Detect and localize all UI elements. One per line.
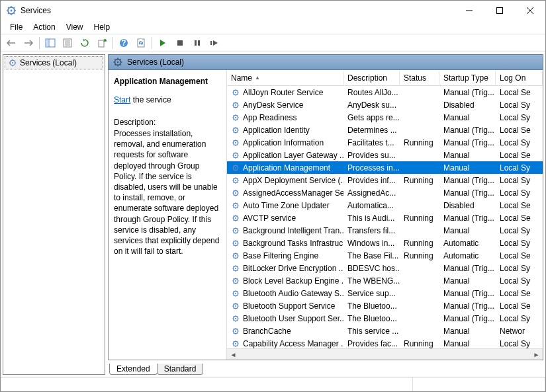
- service-logon: Local Se: [496, 213, 543, 223]
- services-icon: [8, 58, 17, 67]
- service-desc: The WBENG...: [343, 276, 400, 286]
- service-logon: Local Sy: [496, 263, 543, 274]
- pause-service-button[interactable]: [189, 36, 205, 50]
- service-row[interactable]: Capability Access Manager ...Provides fa…: [227, 337, 543, 348]
- service-logon: Local Se: [496, 301, 543, 311]
- service-detail-pane: Application Management Start the service…: [109, 70, 227, 360]
- start-service-link[interactable]: Start: [114, 95, 130, 104]
- service-logon: Local Sy: [496, 163, 543, 173]
- column-header-startup[interactable]: Startup Type: [439, 71, 496, 85]
- service-row[interactable]: Block Level Backup Engine ...The WBENG..…: [227, 274, 543, 287]
- service-row[interactable]: Bluetooth Support ServiceThe Bluetoo...M…: [227, 299, 543, 312]
- menu-help[interactable]: Help: [89, 21, 116, 33]
- service-desc: Windows in...: [343, 238, 400, 249]
- service-row[interactable]: AssignedAccessManager Se...AssignedAc...…: [227, 186, 543, 199]
- menu-file[interactable]: File: [5, 21, 28, 33]
- stop-service-button[interactable]: [172, 36, 188, 50]
- gear-icon: [231, 289, 240, 298]
- help-topics-button[interactable]: ?: [133, 36, 149, 50]
- service-logon: Local Se: [496, 288, 543, 299]
- service-name: BitLocker Drive Encryption ...: [243, 264, 343, 273]
- svg-point-64: [235, 317, 236, 319]
- svg-point-38: [235, 154, 236, 155]
- service-logon: Local Sy: [496, 225, 543, 236]
- service-row[interactable]: BitLocker Drive Encryption ...BDESVC hos…: [227, 262, 543, 274]
- export-button[interactable]: [94, 36, 110, 50]
- service-logon: Local Sy: [496, 313, 543, 324]
- service-row[interactable]: Background Tasks Infrastruc...Windows in…: [227, 237, 543, 249]
- column-header-description[interactable]: Description: [343, 71, 400, 85]
- svg-point-28: [235, 91, 236, 93]
- service-name: Application Identity: [243, 126, 310, 135]
- tree-root-services-local[interactable]: Services (Local): [5, 56, 103, 69]
- service-row[interactable]: Application Layer Gateway ...Provides su…: [227, 149, 543, 161]
- console-tree[interactable]: Services (Local): [3, 54, 105, 375]
- titlebar: Services: [1, 1, 545, 20]
- restart-service-button[interactable]: [206, 36, 222, 50]
- service-desc: The Base Fil...: [343, 251, 400, 261]
- service-row[interactable]: AllJoyn Router ServiceRoutes AllJo...Man…: [227, 86, 543, 98]
- gear-icon: [231, 276, 240, 286]
- service-status: [400, 331, 439, 332]
- properties-button[interactable]: [60, 36, 75, 50]
- help-button[interactable]: ?: [116, 36, 132, 50]
- service-row[interactable]: AVCTP serviceThis is Audi...RunningManua…: [227, 212, 543, 224]
- column-header-logon[interactable]: Log On: [496, 71, 543, 85]
- service-row[interactable]: AppX Deployment Service (...Provides inf…: [227, 174, 543, 186]
- close-button[interactable]: [515, 1, 545, 20]
- service-name: AnyDesk Service: [243, 100, 303, 110]
- list-rows[interactable]: AllJoyn Router ServiceRoutes AllJo...Man…: [227, 86, 543, 348]
- column-header-name[interactable]: Name▲: [227, 71, 343, 85]
- service-row[interactable]: Background Intelligent Tran...Transfers …: [227, 224, 543, 237]
- service-row[interactable]: Application InformationFacilitates t...R…: [227, 136, 543, 149]
- service-row[interactable]: AnyDesk ServiceAnyDesk su...DisabledLoca…: [227, 98, 543, 111]
- service-row[interactable]: Bluetooth User Support Ser...The Bluetoo…: [227, 312, 543, 325]
- column-header-status[interactable]: Status: [400, 71, 439, 85]
- service-row[interactable]: App ReadinessGets apps re...ManualLocal …: [227, 111, 543, 124]
- gear-icon: [231, 126, 240, 135]
- svg-point-32: [235, 116, 236, 118]
- service-startup: Manual: [439, 225, 496, 236]
- service-row[interactable]: Base Filtering EngineThe Base Fil...Runn…: [227, 249, 543, 262]
- menu-action[interactable]: Action: [28, 21, 60, 33]
- service-name: Block Level Backup Engine ...: [243, 276, 343, 286]
- service-desc: This is Audi...: [343, 213, 400, 223]
- selected-service-name: Application Management: [114, 77, 221, 86]
- scroll-right-arrow[interactable]: ►: [531, 350, 541, 360]
- service-logon: Local Sy: [496, 100, 543, 110]
- scroll-left-arrow[interactable]: ◄: [228, 350, 238, 360]
- service-status: [400, 130, 439, 131]
- svg-point-36: [235, 141, 236, 143]
- svg-rect-21: [198, 40, 200, 46]
- service-status: [400, 167, 439, 169]
- start-service-button[interactable]: [155, 36, 171, 50]
- show-hide-tree-button[interactable]: [42, 36, 58, 50]
- forward-button[interactable]: [21, 36, 36, 50]
- gear-icon: [231, 226, 240, 235]
- refresh-button[interactable]: [77, 36, 93, 50]
- service-row[interactable]: Bluetooth Audio Gateway S...Service sup.…: [227, 287, 543, 299]
- tab-standard[interactable]: Standard: [157, 364, 204, 375]
- tab-extended[interactable]: Extended: [109, 364, 158, 375]
- service-row[interactable]: Application ManagementProcesses in...Man…: [227, 161, 543, 174]
- gear-icon: [231, 151, 240, 160]
- service-name: Background Tasks Infrastruc...: [243, 239, 343, 248]
- status-bar: [1, 377, 545, 391]
- service-status: [400, 205, 439, 206]
- service-row[interactable]: BranchCacheThis service ...ManualNetwor: [227, 325, 543, 337]
- gear-icon: [231, 327, 240, 336]
- gear-icon: [231, 314, 240, 323]
- horizontal-scrollbar[interactable]: ◄ ►: [227, 348, 543, 360]
- service-row[interactable]: Auto Time Zone UpdaterAutomatica...Disab…: [227, 199, 543, 212]
- back-button[interactable]: [3, 36, 19, 50]
- menu-view[interactable]: View: [61, 21, 89, 33]
- svg-text:?: ?: [138, 38, 143, 47]
- service-startup: Disabled: [439, 100, 496, 110]
- service-desc: This service ...: [343, 326, 400, 336]
- minimize-button[interactable]: [454, 1, 484, 20]
- svg-text:?: ?: [121, 38, 126, 48]
- maximize-button[interactable]: [484, 1, 515, 20]
- svg-rect-22: [210, 41, 212, 45]
- svg-point-40: [235, 167, 236, 168]
- service-row[interactable]: Application IdentityDetermines ...Manual…: [227, 124, 543, 136]
